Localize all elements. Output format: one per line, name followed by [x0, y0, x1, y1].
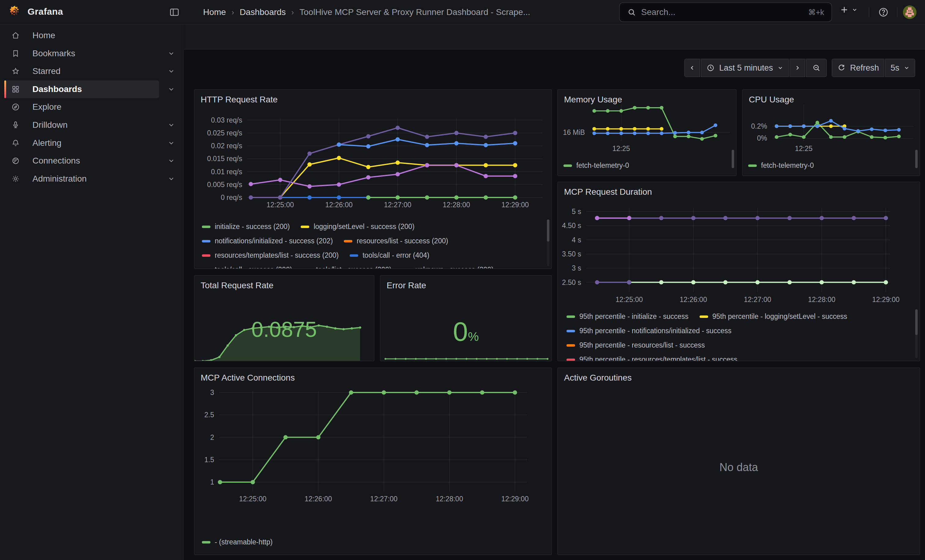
chevron-down-icon [168, 140, 175, 147]
zoom-out-button[interactable] [806, 59, 827, 77]
help-button[interactable] [878, 7, 889, 18]
panel-title[interactable]: Error Rate [387, 281, 426, 290]
bookmark-icon [11, 49, 20, 58]
legend-item[interactable]: - (streamable-http) [202, 538, 273, 546]
legend-label: tools/call - error (404) [363, 251, 429, 260]
sidebar-item-explore[interactable]: Explore [4, 98, 159, 116]
panel-title[interactable]: MCP Active Connections [201, 373, 295, 383]
sidebar-item-connections[interactable]: Connections [4, 152, 159, 170]
chevron-down-icon [168, 50, 175, 57]
refresh-interval-picker[interactable]: 5s [885, 59, 915, 77]
svg-text:16 MiB: 16 MiB [563, 128, 585, 136]
sidebar-item-label: Alerting [32, 138, 62, 148]
search-shortcut: ⌘+k [808, 8, 824, 17]
dashboard-toolbar: Edit Export Share [184, 24, 925, 50]
legend-item[interactable]: 95th percentile - resources/templates/li… [566, 356, 737, 361]
sidebar-item-starred[interactable]: Starred [4, 62, 159, 80]
avatar-image [903, 6, 916, 19]
star-icon [11, 67, 20, 76]
grafana-logo[interactable]: Grafana [8, 5, 63, 18]
time-controls: Last 5 minutes Refresh 5s [684, 59, 915, 77]
chevron-right-icon [794, 64, 801, 72]
breadcrumb-home[interactable]: Home [203, 8, 226, 17]
legend-item[interactable]: resources/list - success (200) [344, 237, 448, 245]
legend-item[interactable]: logging/setLevel - success (200) [301, 222, 414, 231]
refresh-button[interactable]: Refresh [832, 59, 884, 77]
legend-swatch [344, 240, 353, 242]
svg-text:0.2%: 0.2% [751, 122, 767, 130]
sidebar-item-label: Drilldown [32, 120, 68, 130]
time-forward-button[interactable] [789, 59, 805, 77]
legend-item[interactable]: fetch-telemetry-0 [563, 161, 629, 170]
cpu-legend: fetch-telemetry-0 [748, 158, 910, 173]
header-divider [869, 8, 869, 17]
sidebar-item-label: Connections [32, 156, 80, 166]
legend-item[interactable]: 95th percentile - resources/list - succe… [566, 341, 705, 349]
search-placeholder: Search... [641, 8, 803, 17]
sidebar-item-dashboards[interactable]: Dashboards [4, 80, 159, 98]
mcp-active-connections-chart: 12:25:0012:26:0012:27:0012:28:0012:29:00… [198, 390, 549, 542]
legend-item[interactable]: resources/templates/list - success (200) [202, 251, 339, 260]
chevron-down-icon [851, 7, 858, 13]
refresh-icon [837, 64, 846, 72]
legend-item[interactable]: tools/list - success (200) [303, 266, 392, 269]
search-input[interactable]: Search... ⌘+k [619, 3, 832, 22]
compass-icon [11, 102, 20, 111]
chevron-down-icon [904, 65, 910, 71]
clock-icon [706, 64, 715, 72]
sidebar-item-drilldown[interactable]: Drilldown [4, 116, 159, 134]
svg-text:12:25: 12:25 [612, 144, 630, 153]
svg-text:0.01 req/s: 0.01 req/s [211, 168, 242, 176]
svg-text:4.50 s: 4.50 s [562, 222, 581, 230]
sidebar-item-label: Explore [32, 102, 62, 112]
legend-item[interactable]: 95th percentile - initialize - success [566, 312, 688, 321]
legend-scrollbar-thumb[interactable] [547, 219, 549, 242]
panel-title[interactable]: Total Request Rate [201, 281, 273, 290]
panel-active-goroutines: Active Goroutines No data [557, 368, 920, 555]
chevron-down-icon [168, 175, 175, 183]
sidebar-item-alerting[interactable]: Alerting [4, 134, 159, 152]
sidebar-item-administration[interactable]: Administration [4, 170, 159, 188]
legend-item[interactable]: 95th percentile - logging/setLevel - suc… [699, 312, 847, 321]
svg-text:0.02 req/s: 0.02 req/s [211, 142, 242, 150]
svg-text:2.50 s: 2.50 s [562, 278, 581, 287]
legend-scrollbar-thumb[interactable] [915, 150, 917, 168]
legend-swatch [202, 541, 211, 543]
panel-http-request-rate: HTTP Request Rate 12:25:0012:26:0012:27:… [194, 89, 552, 269]
chevron-down-icon [777, 65, 783, 71]
breadcrumb-dashboards[interactable]: Dashboards [240, 8, 286, 17]
svg-text:12:28:00: 12:28:00 [443, 201, 470, 209]
zoom-out-icon [812, 63, 821, 72]
legend-label: 95th percentile - initialize - success [579, 312, 688, 321]
plus-icon [839, 5, 849, 15]
legend-item[interactable]: tools/call - success (200) [202, 266, 292, 269]
legend-label: 95th percentile - resources/templates/li… [579, 356, 737, 361]
sidebar-item-home[interactable]: Home [4, 27, 159, 44]
legend-item[interactable]: 95th percentile - notifications/initiali… [566, 327, 731, 335]
time-back-button[interactable] [684, 59, 700, 77]
grafana-flame-icon [8, 5, 21, 18]
panel-memory-usage: Memory Usage 12:2516 MiB fetch-telemetry… [557, 89, 737, 176]
header-divider [897, 8, 898, 17]
legend-item[interactable]: notifications/initialized - success (202… [202, 237, 333, 245]
legend-swatch [566, 344, 575, 347]
panel-title[interactable]: Active Goroutines [564, 373, 632, 383]
legend-item[interactable]: tools/call - error (404) [350, 251, 429, 260]
time-range-picker[interactable]: Last 5 minutes [701, 59, 789, 77]
sidebar-collapse-icon[interactable] [169, 7, 180, 18]
sidebar-item-bookmarks[interactable]: Bookmarks [4, 45, 159, 62]
svg-text:3.50 s: 3.50 s [562, 250, 581, 258]
legend-scrollbar-thumb[interactable] [732, 150, 734, 168]
avatar[interactable] [903, 6, 916, 19]
connections-legend: - (streamable-http) [202, 535, 541, 549]
panel-total-request-rate: Total Request Rate 0.0875 [194, 275, 374, 361]
legend-item[interactable]: fetch-telemetry-0 [748, 161, 814, 170]
legend-item[interactable]: initialize - success (200) [202, 222, 290, 231]
new-button[interactable] [839, 5, 858, 15]
panel-title[interactable]: HTTP Request Rate [201, 95, 278, 105]
legend-swatch [202, 240, 211, 242]
duration-legend: 95th percentile - initialize - success95… [566, 309, 910, 361]
legend-scrollbar-thumb[interactable] [915, 309, 917, 335]
legend-item[interactable]: unknown - success (200) [402, 266, 494, 269]
panel-title[interactable]: MCP Request Duration [564, 187, 652, 197]
